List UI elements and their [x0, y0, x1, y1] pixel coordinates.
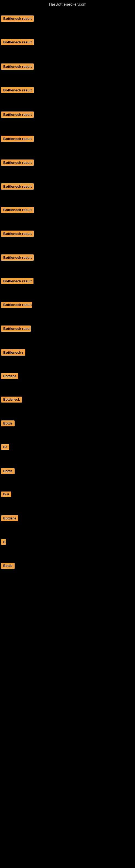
badge-row-13: Bottleneck result [1, 302, 32, 309]
badge-row-18: Bottle [1, 421, 14, 428]
badge-row-4: Bottleneck result [1, 87, 34, 94]
bottleneck-badge-13[interactable]: Bottleneck result [1, 302, 32, 308]
site-header: TheBottlenecker.com [0, 0, 135, 8]
bottleneck-badge-5[interactable]: Bottleneck result [1, 112, 34, 118]
badge-row-3: Bottleneck result [1, 63, 34, 71]
badge-row-5: Bottleneck result [1, 112, 34, 119]
site-title: TheBottlenecker.com [0, 0, 135, 8]
badge-row-22: Bottlene [1, 516, 18, 522]
badge-row-12: Bottleneck result [1, 278, 34, 285]
bottleneck-badge-18[interactable]: Bottle [1, 421, 14, 426]
bottleneck-badge-7[interactable]: Bottleneck result [1, 159, 34, 166]
bottleneck-badge-22[interactable]: Bottlene [1, 516, 18, 521]
badge-row-20: Bottle [1, 468, 14, 475]
badge-row-9: Bottleneck result [1, 207, 34, 214]
bottleneck-badge-21[interactable]: Bott [1, 492, 11, 497]
bottleneck-badge-19[interactable]: Bo [1, 444, 9, 450]
bottleneck-badge-14[interactable]: Bottleneck result [1, 326, 31, 332]
bottleneck-badge-16[interactable]: Bottlene [1, 373, 18, 379]
badge-row-23: B [1, 539, 6, 546]
bottleneck-badge-24[interactable]: Bottle [1, 563, 14, 569]
badge-row-2: Bottleneck result [1, 39, 34, 46]
bottleneck-badge-1[interactable]: Bottleneck result [1, 16, 34, 22]
badge-row-6: Bottleneck result [1, 135, 34, 143]
bottleneck-badge-9[interactable]: Bottleneck result [1, 207, 34, 213]
bottleneck-badge-6[interactable]: Bottleneck result [1, 135, 34, 142]
badge-row-19: Bo [1, 444, 9, 451]
badge-row-1: Bottleneck result [1, 16, 34, 23]
bottleneck-badge-15[interactable]: Bottleneck r [1, 349, 26, 355]
bottleneck-badge-3[interactable]: Bottleneck result [1, 63, 34, 70]
badge-row-8: Bottleneck result [1, 183, 34, 191]
bottleneck-badge-23[interactable]: B [1, 539, 6, 545]
badge-row-15: Bottleneck r [1, 349, 26, 357]
badge-row-14: Bottleneck result [1, 326, 31, 333]
badge-row-17: Bottleneck [1, 397, 22, 404]
bottleneck-badge-8[interactable]: Bottleneck result [1, 183, 34, 190]
badge-row-16: Bottlene [1, 373, 18, 380]
bottleneck-badge-2[interactable]: Bottleneck result [1, 39, 34, 45]
bottleneck-badge-20[interactable]: Bottle [1, 468, 14, 474]
badge-row-10: Bottleneck result [1, 230, 34, 238]
bottleneck-badge-4[interactable]: Bottleneck result [1, 87, 34, 93]
badge-row-24: Bottle [1, 563, 14, 570]
bottleneck-badge-11[interactable]: Bottleneck result [1, 254, 34, 261]
badge-row-21: Bott [1, 492, 11, 498]
bottleneck-badge-12[interactable]: Bottleneck result [1, 278, 34, 284]
bottleneck-badge-17[interactable]: Bottleneck [1, 397, 22, 403]
bottleneck-badge-10[interactable]: Bottleneck result [1, 230, 34, 237]
badge-row-11: Bottleneck result [1, 254, 34, 262]
badge-row-7: Bottleneck result [1, 159, 34, 167]
